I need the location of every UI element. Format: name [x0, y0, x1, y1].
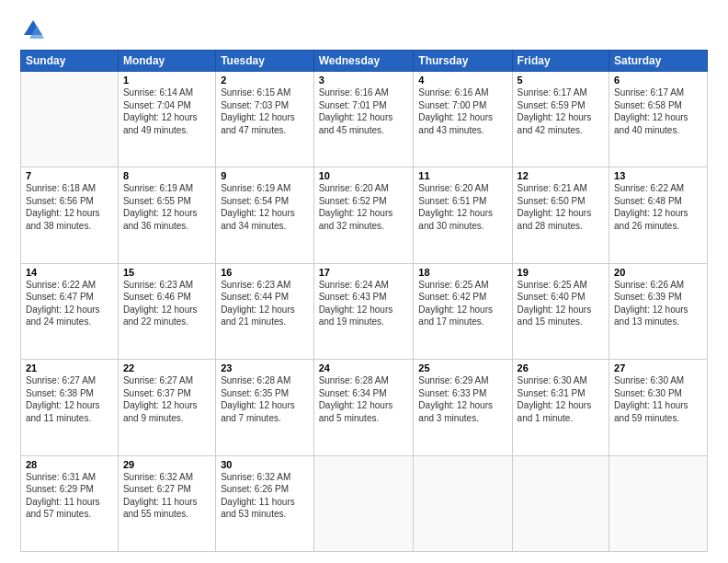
calendar-cell [21, 72, 119, 167]
day-number: 13 [614, 170, 702, 181]
calendar-cell: 9Sunrise: 6:19 AM Sunset: 6:54 PM Daylig… [216, 167, 313, 263]
day-number: 5 [518, 75, 604, 86]
day-info: Sunrise: 6:16 AM Sunset: 7:00 PM Dayligh… [418, 86, 506, 136]
day-number: 28 [26, 459, 113, 470]
weekday-header: Thursday [414, 51, 512, 72]
calendar-cell: 4Sunrise: 6:16 AM Sunset: 7:00 PM Daylig… [414, 72, 512, 167]
day-info: Sunrise: 6:32 AM Sunset: 6:27 PM Dayligh… [123, 471, 210, 521]
calendar-cell: 17Sunrise: 6:24 AM Sunset: 6:43 PM Dayli… [313, 263, 414, 359]
day-number: 22 [123, 362, 210, 373]
calendar-cell: 24Sunrise: 6:28 AM Sunset: 6:34 PM Dayli… [313, 360, 414, 455]
day-info: Sunrise: 6:27 AM Sunset: 6:38 PM Dayligh… [26, 374, 113, 424]
calendar-cell: 28Sunrise: 6:31 AM Sunset: 6:29 PM Dayli… [21, 455, 119, 551]
weekday-header: Wednesday [313, 51, 414, 72]
day-number: 21 [26, 362, 113, 373]
weekday-header: Saturday [609, 51, 708, 72]
calendar-cell: 3Sunrise: 6:16 AM Sunset: 7:01 PM Daylig… [313, 72, 414, 167]
day-number: 2 [221, 75, 308, 86]
day-info: Sunrise: 6:32 AM Sunset: 6:26 PM Dayligh… [221, 471, 308, 521]
day-number: 7 [26, 170, 113, 181]
calendar-cell [512, 455, 609, 551]
day-number: 17 [319, 267, 409, 278]
calendar-cell: 18Sunrise: 6:25 AM Sunset: 6:42 PM Dayli… [414, 263, 512, 359]
page: SundayMondayTuesdayWednesdayThursdayFrid… [0, 0, 728, 563]
logo [20, 17, 50, 42]
day-info: Sunrise: 6:30 AM Sunset: 6:31 PM Dayligh… [518, 374, 604, 424]
day-info: Sunrise: 6:15 AM Sunset: 7:03 PM Dayligh… [221, 86, 308, 136]
day-info: Sunrise: 6:29 AM Sunset: 6:33 PM Dayligh… [418, 374, 506, 424]
calendar-week-row: 21Sunrise: 6:27 AM Sunset: 6:38 PM Dayli… [21, 360, 708, 455]
calendar-cell: 21Sunrise: 6:27 AM Sunset: 6:38 PM Dayli… [21, 360, 119, 455]
calendar-header-row: SundayMondayTuesdayWednesdayThursdayFrid… [21, 51, 708, 72]
day-number: 16 [221, 267, 308, 278]
day-number: 23 [221, 362, 308, 373]
weekday-header: Friday [512, 51, 609, 72]
day-number: 18 [418, 267, 506, 278]
day-number: 10 [319, 170, 409, 181]
day-number: 3 [319, 75, 409, 86]
calendar-cell: 16Sunrise: 6:23 AM Sunset: 6:44 PM Dayli… [216, 263, 313, 359]
day-number: 30 [221, 459, 308, 470]
weekday-header: Sunday [21, 51, 119, 72]
calendar-cell: 1Sunrise: 6:14 AM Sunset: 7:04 PM Daylig… [118, 72, 215, 167]
calendar-cell: 13Sunrise: 6:22 AM Sunset: 6:48 PM Dayli… [609, 167, 708, 263]
day-number: 6 [614, 75, 702, 86]
calendar-cell: 19Sunrise: 6:25 AM Sunset: 6:40 PM Dayli… [512, 263, 609, 359]
day-info: Sunrise: 6:23 AM Sunset: 6:44 PM Dayligh… [221, 279, 308, 328]
day-info: Sunrise: 6:27 AM Sunset: 6:37 PM Dayligh… [123, 374, 210, 424]
day-info: Sunrise: 6:28 AM Sunset: 6:35 PM Dayligh… [221, 374, 308, 424]
header [20, 17, 708, 42]
calendar-cell: 10Sunrise: 6:20 AM Sunset: 6:52 PM Dayli… [313, 167, 414, 263]
day-info: Sunrise: 6:31 AM Sunset: 6:29 PM Dayligh… [26, 471, 113, 521]
day-info: Sunrise: 6:19 AM Sunset: 6:54 PM Dayligh… [221, 182, 308, 232]
calendar-table: SundayMondayTuesdayWednesdayThursdayFrid… [20, 50, 708, 552]
calendar-cell: 6Sunrise: 6:17 AM Sunset: 6:58 PM Daylig… [609, 72, 708, 167]
day-number: 4 [418, 75, 506, 86]
day-info: Sunrise: 6:14 AM Sunset: 7:04 PM Dayligh… [123, 86, 210, 136]
calendar-cell: 25Sunrise: 6:29 AM Sunset: 6:33 PM Dayli… [414, 360, 512, 455]
day-info: Sunrise: 6:25 AM Sunset: 6:42 PM Dayligh… [418, 279, 506, 328]
calendar-cell: 11Sunrise: 6:20 AM Sunset: 6:51 PM Dayli… [414, 167, 512, 263]
calendar-week-row: 28Sunrise: 6:31 AM Sunset: 6:29 PM Dayli… [21, 455, 708, 551]
calendar-cell [313, 455, 414, 551]
day-info: Sunrise: 6:30 AM Sunset: 6:30 PM Dayligh… [614, 374, 702, 424]
day-info: Sunrise: 6:24 AM Sunset: 6:43 PM Dayligh… [319, 279, 409, 328]
weekday-header: Tuesday [216, 51, 313, 72]
calendar-cell: 15Sunrise: 6:23 AM Sunset: 6:46 PM Dayli… [118, 263, 215, 359]
day-info: Sunrise: 6:28 AM Sunset: 6:34 PM Dayligh… [319, 374, 409, 424]
calendar-cell: 22Sunrise: 6:27 AM Sunset: 6:37 PM Dayli… [118, 360, 215, 455]
calendar-cell: 29Sunrise: 6:32 AM Sunset: 6:27 PM Dayli… [118, 455, 215, 551]
calendar-cell [414, 455, 512, 551]
calendar-cell: 23Sunrise: 6:28 AM Sunset: 6:35 PM Dayli… [216, 360, 313, 455]
day-number: 25 [418, 362, 506, 373]
calendar-cell: 12Sunrise: 6:21 AM Sunset: 6:50 PM Dayli… [512, 167, 609, 263]
day-info: Sunrise: 6:22 AM Sunset: 6:47 PM Dayligh… [26, 279, 113, 328]
day-info: Sunrise: 6:23 AM Sunset: 6:46 PM Dayligh… [123, 279, 210, 328]
day-info: Sunrise: 6:17 AM Sunset: 6:58 PM Dayligh… [614, 86, 702, 136]
day-info: Sunrise: 6:21 AM Sunset: 6:50 PM Dayligh… [518, 182, 604, 232]
day-info: Sunrise: 6:19 AM Sunset: 6:55 PM Dayligh… [123, 182, 210, 232]
calendar-cell: 26Sunrise: 6:30 AM Sunset: 6:31 PM Dayli… [512, 360, 609, 455]
calendar-cell: 7Sunrise: 6:18 AM Sunset: 6:56 PM Daylig… [21, 167, 119, 263]
calendar-week-row: 7Sunrise: 6:18 AM Sunset: 6:56 PM Daylig… [21, 167, 708, 263]
day-number: 12 [518, 170, 604, 181]
calendar-cell: 5Sunrise: 6:17 AM Sunset: 6:59 PM Daylig… [512, 72, 609, 167]
day-number: 15 [123, 267, 210, 278]
day-number: 11 [418, 170, 506, 181]
day-number: 26 [518, 362, 604, 373]
day-info: Sunrise: 6:20 AM Sunset: 6:51 PM Dayligh… [418, 182, 506, 232]
day-info: Sunrise: 6:22 AM Sunset: 6:48 PM Dayligh… [614, 182, 702, 232]
day-number: 29 [123, 459, 210, 470]
day-number: 9 [221, 170, 308, 181]
calendar-week-row: 1Sunrise: 6:14 AM Sunset: 7:04 PM Daylig… [21, 72, 708, 167]
calendar-cell: 20Sunrise: 6:26 AM Sunset: 6:39 PM Dayli… [609, 263, 708, 359]
day-info: Sunrise: 6:26 AM Sunset: 6:39 PM Dayligh… [614, 279, 702, 328]
day-number: 20 [614, 267, 702, 278]
day-number: 8 [123, 170, 210, 181]
day-number: 24 [319, 362, 409, 373]
day-info: Sunrise: 6:17 AM Sunset: 6:59 PM Dayligh… [518, 86, 604, 136]
calendar-cell: 2Sunrise: 6:15 AM Sunset: 7:03 PM Daylig… [216, 72, 313, 167]
calendar-week-row: 14Sunrise: 6:22 AM Sunset: 6:47 PM Dayli… [21, 263, 708, 359]
logo-icon [20, 17, 46, 42]
calendar-cell: 8Sunrise: 6:19 AM Sunset: 6:55 PM Daylig… [118, 167, 215, 263]
